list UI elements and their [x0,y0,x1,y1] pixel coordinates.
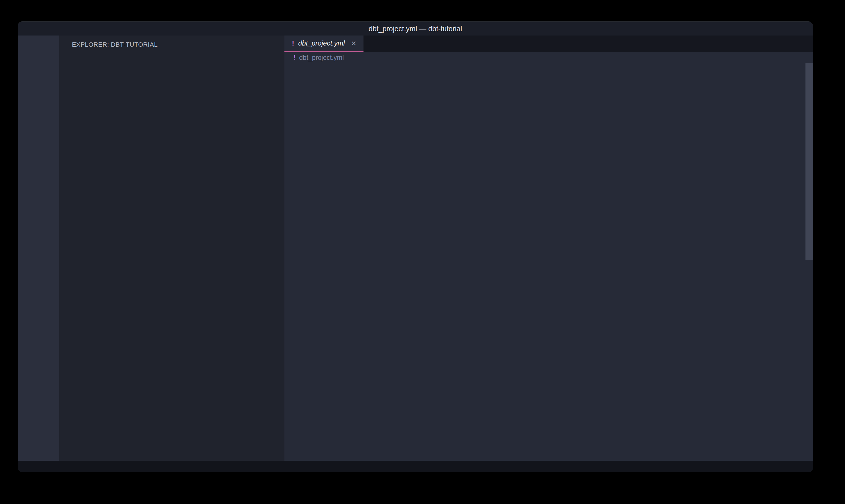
tab-dbt-project-yml[interactable]: ! dbt_project.yml × [284,36,363,52]
yaml-file-icon: ! [292,39,294,47]
breadcrumb-item-file[interactable]: dbt_project.yml [299,54,344,61]
sidebar-explorer: EXPLORER: DBT-TUTORIAL [59,36,284,461]
vertical-scrollbar[interactable] [806,63,813,260]
workbench: EXPLORER: DBT-TUTORIAL ! dbt_project.yml… [18,36,813,461]
editor-group: ! dbt_project.yml × ! dbt_project.yml [284,36,813,461]
file-tree [59,54,284,461]
breadcrumb[interactable]: ! dbt_project.yml [284,52,813,63]
vscode-window: dbt_project.yml — dbt-tutorial EXPLORER:… [18,21,813,472]
close-window-button[interactable] [37,25,43,32]
status-bar [18,461,813,472]
screen: dbt_project.yml — dbt-tutorial EXPLORER:… [0,0,845,504]
explorer-header: EXPLORER: DBT-TUTORIAL [59,36,284,54]
tab-bar: ! dbt_project.yml × [284,36,813,52]
explorer-title: EXPLORER: DBT-TUTORIAL [72,41,276,48]
maximize-window-button[interactable] [59,25,66,32]
tab-label: dbt_project.yml [298,39,345,47]
close-tab-icon[interactable]: × [351,39,356,48]
minimize-window-button[interactable] [48,25,55,32]
yaml-file-icon: ! [293,54,295,61]
title-bar: dbt_project.yml — dbt-tutorial [18,22,813,36]
code-editor[interactable] [284,63,813,461]
window-title: dbt_project.yml — dbt-tutorial [368,25,462,33]
window-controls [37,25,66,32]
activity-bar [18,36,59,461]
